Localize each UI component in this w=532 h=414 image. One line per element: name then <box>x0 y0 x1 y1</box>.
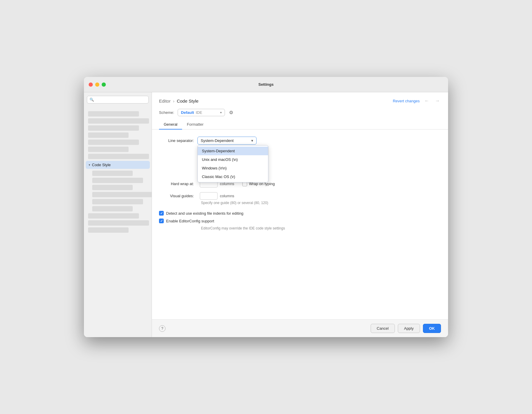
editor-config-label: Enable EditorConfig support <box>166 219 214 223</box>
revert-changes-button[interactable]: Revert changes <box>393 99 420 103</box>
scheme-label: Scheme: <box>159 110 174 115</box>
ok-button[interactable]: OK <box>423 324 441 333</box>
visual-guides-hint: Specify one guide (80) or several (80, 1… <box>201 201 441 205</box>
settings-window: Settings 🔍 ▾ Code Style <box>84 77 448 337</box>
chevron-down-icon: ▾ <box>220 111 222 114</box>
minimize-button[interactable] <box>95 83 99 87</box>
title-bar: Settings <box>84 77 448 92</box>
header-right: Revert changes ← → <box>393 98 441 104</box>
line-separator-label: Line separator: <box>159 138 197 143</box>
breadcrumb-parent: Editor <box>159 98 171 104</box>
sidebar-blurred-item <box>88 147 129 152</box>
search-box[interactable]: 🔍 <box>87 96 149 104</box>
scheme-type: IDE <box>196 110 202 115</box>
window-title: Settings <box>258 82 273 87</box>
search-input[interactable] <box>96 98 146 102</box>
sidebar-blurred-item <box>88 140 139 145</box>
sidebar-item-code-style[interactable]: ▾ Code Style <box>86 161 150 169</box>
traffic-lights <box>89 83 106 87</box>
detect-indents-label: Detect and use existing file indents for… <box>166 211 244 216</box>
breadcrumb-separator: › <box>173 98 174 104</box>
scheme-row: Scheme: Default IDE ▾ ⚙ <box>152 104 448 116</box>
dropdown-option-classic-mac[interactable]: Classic Mac OS (\r) <box>198 172 268 181</box>
scheme-dropdown[interactable]: Default IDE ▾ <box>178 109 225 116</box>
hard-wrap-label: Hard wrap at: <box>159 182 197 186</box>
editor-config-item: Enable EditorConfig support <box>159 219 441 223</box>
sidebar-blurred-item <box>92 192 152 197</box>
sidebar-blurred-item <box>92 171 133 176</box>
sidebar-blurred-item <box>92 178 143 183</box>
line-separator-row: Line separator: System-Dependent ▾ Syste… <box>159 137 441 145</box>
breadcrumb-current: Code Style <box>177 98 198 104</box>
visual-guides-input[interactable] <box>200 192 218 200</box>
content-header: Editor › Code Style Revert changes ← → <box>152 92 448 104</box>
sidebar-blurred-item <box>92 206 133 211</box>
detect-indents-checkbox[interactable] <box>159 211 164 216</box>
sidebar-blurred-item <box>88 213 139 219</box>
sidebar-blurred-item <box>88 111 139 117</box>
content-body: Line separator: System-Dependent ▾ Syste… <box>152 130 448 319</box>
sidebar-blurred-item <box>92 185 133 190</box>
cancel-button[interactable]: Cancel <box>371 324 395 333</box>
maximize-button[interactable] <box>102 83 106 87</box>
hard-wrap-section: Hard wrap at: columns Wrap on typing Vis… <box>159 180 441 230</box>
scheme-settings-button[interactable]: ⚙ <box>228 109 234 116</box>
content-panel: Editor › Code Style Revert changes ← → S… <box>152 92 448 337</box>
editor-config-hint: EditorConfig may override the IDE code s… <box>201 226 441 230</box>
close-button[interactable] <box>89 83 93 87</box>
detect-indents-item: Detect and use existing file indents for… <box>159 211 441 216</box>
tabs: General Formatter <box>152 120 448 130</box>
back-button[interactable]: ← <box>423 98 430 104</box>
tab-formatter[interactable]: Formatter <box>182 120 208 130</box>
line-separator-menu: System-Dependent Unix and macOS (\n) Win… <box>197 145 268 182</box>
visual-guides-columns-label: columns <box>220 194 234 198</box>
scheme-name: Default <box>181 110 194 115</box>
apply-button[interactable]: Apply <box>398 324 420 333</box>
sidebar-blurred-item <box>88 227 129 233</box>
help-button[interactable]: ? <box>159 325 166 332</box>
footer: ? Cancel Apply OK <box>152 319 448 337</box>
sidebar-item-label: Code Style <box>92 163 111 167</box>
sidebar-blurred-item <box>88 125 139 131</box>
footer-buttons: Cancel Apply OK <box>371 324 441 333</box>
tab-general[interactable]: General <box>159 120 182 130</box>
sidebar-blurred-item <box>92 199 143 204</box>
forward-button[interactable]: → <box>434 98 441 104</box>
dropdown-option-system-dependent[interactable]: System-Dependent <box>198 147 268 155</box>
sidebar-blurred-item <box>88 154 149 159</box>
dropdown-option-unix[interactable]: Unix and macOS (\n) <box>198 155 268 164</box>
chevron-down-icon: ▾ <box>251 138 253 143</box>
search-icon: 🔍 <box>90 98 94 102</box>
visual-guides-label: Visual guides: <box>159 194 197 198</box>
editor-config-checkbox[interactable] <box>159 219 164 223</box>
breadcrumb: Editor › Code Style <box>159 98 199 104</box>
sidebar-content: ▾ Code Style <box>84 107 152 337</box>
line-separator-dropdown[interactable]: System-Dependent ▾ <box>197 137 257 145</box>
dropdown-option-windows[interactable]: Windows (\r\n) <box>198 164 268 172</box>
sidebar: 🔍 ▾ Code Style <box>84 92 152 337</box>
visual-guides-row: Visual guides: columns <box>159 192 441 200</box>
chevron-down-icon: ▾ <box>89 163 90 166</box>
sidebar-blurred-item <box>88 220 149 226</box>
sidebar-blurred-item <box>88 118 149 124</box>
main-layout: 🔍 ▾ Code Style <box>84 92 448 337</box>
line-separator-dropdown-wrapper: System-Dependent ▾ System-Dependent Unix… <box>197 137 257 145</box>
line-separator-selected: System-Dependent <box>201 138 233 143</box>
sidebar-blurred-item <box>88 132 129 138</box>
